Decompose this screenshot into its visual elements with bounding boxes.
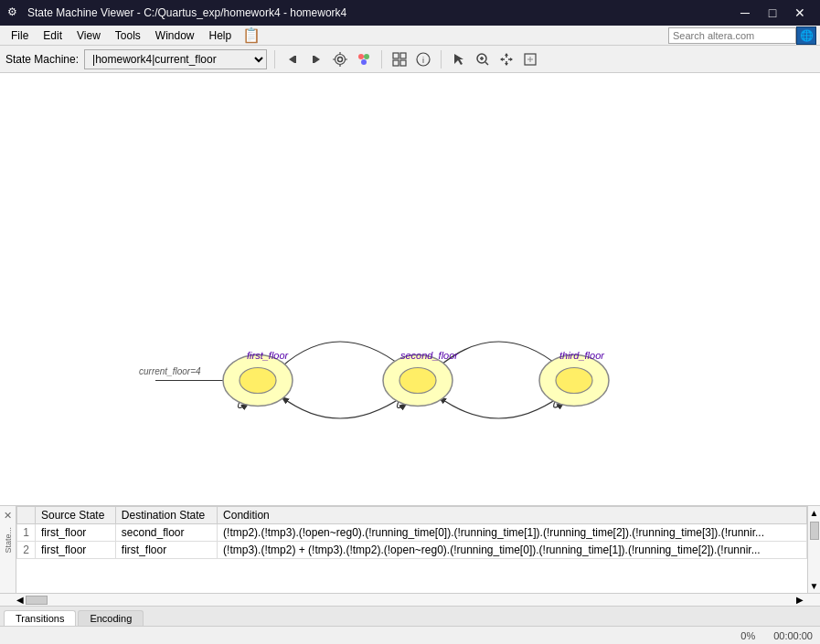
search-area: 🌐	[668, 26, 816, 45]
initial-label: current_floor=4	[139, 366, 201, 376]
h-scroll-thumb[interactable]	[26, 596, 48, 605]
panel-left-controls: ✕ State...	[0, 506, 16, 593]
col-dest: Destination State	[115, 507, 217, 524]
time-display: 00:00:00	[773, 630, 813, 641]
menu-bar: File Edit View Tools Window Help 📋 🌐	[0, 26, 820, 46]
svg-point-5	[335, 54, 346, 64]
svg-rect-1	[294, 56, 296, 63]
svg-marker-27	[510, 58, 513, 61]
h-scrollbar[interactable]: ◀ ▶	[0, 593, 820, 606]
close-button[interactable]: ✕	[787, 4, 813, 22]
svg-marker-2	[314, 56, 320, 63]
second-floor-label: second_floor	[400, 350, 459, 361]
diagram-canvas[interactable]: current_floor=4 first_floor second_floor…	[0, 73, 820, 505]
color-button[interactable]	[354, 49, 374, 69]
col-source: Source State	[36, 507, 116, 524]
tabs-bar: Transitions Encoding	[0, 606, 820, 626]
forward-button[interactable]	[306, 49, 326, 69]
minimize-button[interactable]: ─	[732, 4, 758, 22]
state-machine-label: State Machine:	[5, 53, 79, 66]
scroll-down-arrow[interactable]: ▼	[808, 579, 820, 593]
menu-window[interactable]: Window	[148, 27, 202, 44]
svg-text:i: i	[422, 56, 424, 65]
third-floor-label: third_floor	[559, 350, 605, 361]
state-machine-select[interactable]: |homework4|current_floor	[84, 49, 267, 69]
row-2-condition: (!tmp3).(!tmp2) + (!tmp3).(!tmp2).(!open…	[218, 542, 807, 559]
menu-file[interactable]: File	[4, 27, 36, 44]
pan-icon	[499, 52, 514, 67]
back-button[interactable]	[282, 49, 303, 69]
menu-edit[interactable]: Edit	[36, 27, 69, 44]
svg-point-31	[240, 368, 276, 394]
back-icon	[285, 52, 300, 67]
toolbar-separator-2	[381, 50, 382, 69]
menu-tools[interactable]: Tools	[108, 27, 148, 44]
col-num	[17, 507, 36, 524]
svg-point-11	[364, 54, 369, 59]
svg-point-33	[399, 368, 436, 394]
svg-point-4	[338, 57, 343, 61]
globe-icon: 🌐	[800, 29, 814, 42]
window-title: State Machine Viewer - C:/Quartus_exp/ho…	[27, 6, 732, 19]
grid-button[interactable]	[389, 49, 410, 69]
menu-view[interactable]: View	[69, 27, 108, 44]
svg-line-23	[485, 62, 488, 65]
close-panel-icon[interactable]: ✕	[4, 510, 12, 522]
toolbar-separator-3	[441, 50, 442, 69]
toolbar: State Machine: |homework4|current_floor	[0, 46, 820, 73]
info-button[interactable]: i	[413, 49, 433, 69]
zoom-in-icon	[475, 52, 490, 67]
transitions-table: Source State Destination State Condition…	[16, 506, 807, 559]
help-icon: 📋	[242, 26, 261, 44]
cursor-button[interactable]	[449, 49, 469, 69]
forward-icon	[309, 52, 324, 67]
status-bar: 0% 00:00:00	[0, 626, 820, 644]
panel-content: ✕ State... Source State Destination Stat…	[0, 506, 820, 593]
tab-transitions[interactable]: Transitions	[4, 610, 76, 627]
row-1-condition: (!tmp2).(!tmp3).(!open~reg0).(!running_t…	[218, 524, 807, 542]
svg-rect-15	[393, 60, 399, 66]
svg-point-10	[358, 54, 364, 59]
svg-marker-0	[289, 56, 294, 63]
grid-icon	[392, 52, 407, 67]
first-floor-label: first_floor	[247, 350, 290, 361]
info-icon: i	[416, 52, 431, 67]
window-controls: ─ □ ✕	[732, 4, 813, 22]
search-input[interactable]	[668, 27, 796, 44]
table-row[interactable]: 1 first_floor second_floor (!tmp2).(!tmp…	[17, 524, 807, 542]
state-panel-label: State...	[4, 527, 13, 554]
menu-help[interactable]: Help	[202, 27, 240, 44]
color-icon	[357, 52, 371, 67]
app-icon: ⚙	[7, 5, 22, 20]
table-container[interactable]: Source State Destination State Condition…	[16, 506, 807, 593]
scroll-thumb[interactable]	[810, 522, 819, 540]
svg-marker-25	[505, 63, 508, 66]
panel-scrollbar[interactable]: ▲ ▼	[807, 506, 820, 593]
zoom-in-button[interactable]	[473, 49, 493, 69]
tab-encoding[interactable]: Encoding	[78, 610, 144, 626]
h-scroll-right[interactable]: ▶	[796, 595, 804, 605]
altera-search-button[interactable]: 🌐	[796, 26, 816, 45]
row-1-dest: second_floor	[115, 524, 217, 542]
fit-button[interactable]	[520, 49, 540, 69]
state-machine-diagram: current_floor=4 first_floor second_floor…	[0, 73, 820, 505]
svg-rect-3	[313, 56, 314, 63]
svg-point-12	[361, 59, 367, 65]
row-2-num: 2	[17, 542, 36, 559]
table-row[interactable]: 2 first_floor first_floor (!tmp3).(!tmp2…	[17, 542, 807, 559]
svg-rect-14	[400, 53, 406, 58]
scroll-up-arrow[interactable]: ▲	[808, 506, 820, 520]
bottom-panel: ✕ State... Source State Destination Stat…	[0, 505, 820, 606]
zoom-level: 0%	[740, 630, 755, 641]
pan-button[interactable]	[496, 49, 516, 69]
svg-marker-26	[500, 58, 503, 61]
svg-marker-24	[505, 53, 508, 56]
settings-icon	[333, 52, 347, 67]
cursor-icon	[452, 52, 466, 67]
h-scroll-left[interactable]: ◀	[16, 595, 24, 605]
settings-button[interactable]	[330, 49, 350, 69]
maximize-button[interactable]: □	[760, 4, 785, 22]
svg-rect-16	[400, 60, 406, 66]
row-1-source: first_floor	[36, 524, 116, 542]
title-bar: ⚙ State Machine Viewer - C:/Quartus_exp/…	[0, 0, 820, 26]
